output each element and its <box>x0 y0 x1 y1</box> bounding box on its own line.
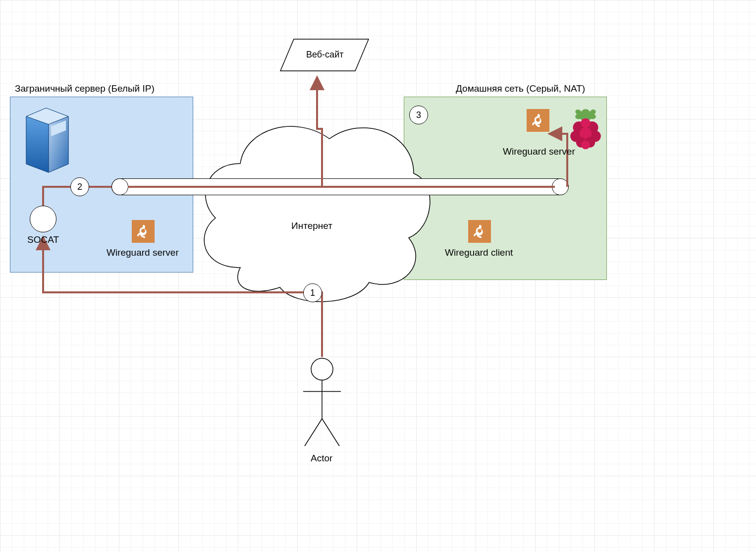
actor-label: Actor <box>311 453 332 464</box>
wireguard-server-foreign-label: Wireguard server <box>107 247 179 258</box>
step-1: 1 <box>303 283 322 302</box>
home-network-title: Домашняя сеть (Серый, NAT) <box>456 83 585 94</box>
step-1-label: 1 <box>310 288 315 298</box>
server-icon <box>24 106 71 174</box>
svg-marker-4 <box>26 116 49 172</box>
socat-label: SOCAT <box>27 234 59 245</box>
step-2-label: 2 <box>77 182 82 192</box>
cloud-shape <box>191 99 433 307</box>
svg-point-8 <box>581 118 590 128</box>
svg-line-18 <box>305 419 322 446</box>
step-3-label: 3 <box>416 110 421 120</box>
wireguard-server-foreign-icon <box>132 220 155 243</box>
svg-line-19 <box>322 419 339 446</box>
vpn-tunnel-pipe <box>111 178 568 195</box>
website-label: Веб-сайт <box>306 50 343 60</box>
actor-icon <box>297 354 347 453</box>
wireguard-client-icon <box>468 220 491 243</box>
svg-point-14 <box>581 141 590 150</box>
step-2: 2 <box>70 177 89 196</box>
diagram-layer: Заграничный сервер (Белый IP) Домашняя с… <box>0 0 756 552</box>
foreign-server-title: Заграничный сервер (Белый IP) <box>15 83 155 94</box>
svg-point-15 <box>311 358 333 380</box>
raspberry-pi-icon <box>564 107 607 150</box>
internet-label: Интернет <box>291 221 332 231</box>
wireguard-client-label: Wireguard client <box>445 247 513 258</box>
socat-node <box>30 206 56 232</box>
wireguard-server-home-icon <box>527 109 549 132</box>
step-3: 3 <box>409 106 428 124</box>
